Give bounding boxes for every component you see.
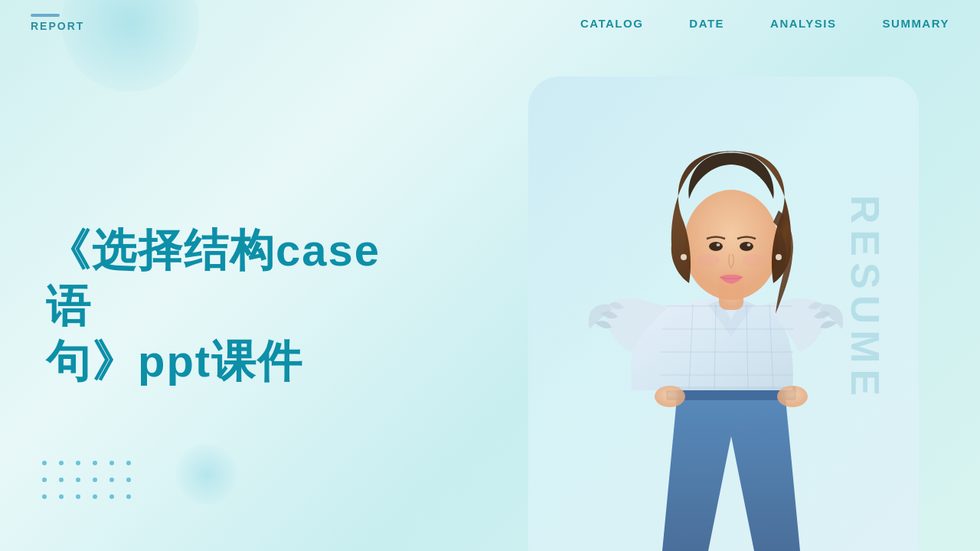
nav-links: CATALOG DATE ANALYSIS SUMMARY xyxy=(580,17,949,30)
svg-point-20 xyxy=(777,386,808,407)
right-section: RESUME xyxy=(482,46,980,551)
dot xyxy=(93,478,97,482)
svg-point-15 xyxy=(681,254,687,260)
logo-text: REPORT xyxy=(31,20,84,32)
svg-point-17 xyxy=(697,254,720,266)
svg-point-16 xyxy=(776,254,782,260)
title-line1: 《选择结构case语 xyxy=(46,225,381,331)
dot xyxy=(76,478,80,482)
svg-point-14 xyxy=(747,243,751,246)
dot xyxy=(109,461,114,465)
dot xyxy=(93,461,97,465)
dot xyxy=(76,461,80,465)
svg-point-19 xyxy=(655,386,685,407)
dot xyxy=(126,461,131,465)
dot xyxy=(42,478,47,482)
logo-bar xyxy=(31,14,60,17)
dot xyxy=(59,461,64,465)
dot-grid-decoration xyxy=(42,461,137,505)
svg-point-13 xyxy=(717,243,720,246)
dot xyxy=(126,494,131,499)
dot xyxy=(109,478,114,482)
dot xyxy=(126,478,131,482)
dot xyxy=(59,478,64,482)
svg-point-12 xyxy=(740,242,753,251)
dot xyxy=(93,494,97,499)
svg-point-18 xyxy=(743,254,766,266)
top-navigation: REPORT CATALOG DATE ANALYSIS SUMMARY xyxy=(0,0,980,46)
nav-link-date[interactable]: DATE xyxy=(689,17,724,30)
main-title: 《选择结构case语 句》ppt课件 xyxy=(46,223,383,390)
svg-point-11 xyxy=(709,242,723,251)
person-image xyxy=(547,107,915,551)
nav-link-analysis[interactable]: ANALYSIS xyxy=(770,17,836,30)
main-content: 《选择结构case语 句》ppt课件 RESUME xyxy=(0,61,980,551)
dot xyxy=(109,494,114,499)
nav-link-summary[interactable]: SUMMARY xyxy=(883,17,949,30)
left-section: 《选择结构case语 句》ppt课件 xyxy=(0,223,429,390)
dot xyxy=(42,461,47,465)
dot xyxy=(59,494,64,499)
dot xyxy=(76,494,80,499)
nav-link-catalog[interactable]: CATALOG xyxy=(580,17,643,30)
nav-logo: REPORT xyxy=(31,14,84,32)
dot xyxy=(42,494,47,499)
title-line2: 句》ppt课件 xyxy=(46,336,303,386)
